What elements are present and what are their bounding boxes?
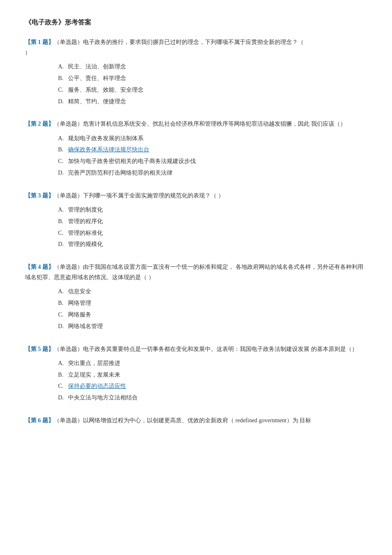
- question-type-4: （单选题）: [54, 264, 83, 270]
- option-label-1-3: D.: [58, 97, 68, 107]
- option-5-1: B.立足现实，发展未来: [58, 370, 367, 380]
- option-label-1-1: B.: [58, 73, 68, 83]
- question-block-1: 【第 1 题】（单选题）电子政务的推行，要求我们摒弃已过时的理念，下列哪项不属于…: [25, 37, 367, 107]
- option-text-1-2: 服务、系统、效能、安全理念: [68, 85, 367, 95]
- question-block-2: 【第 2 题】（单选题）危害计算机信息系统安全、扰乱社会经济秩序和管理秩序等网络…: [25, 119, 367, 178]
- question-label-4: 【第 4 题】: [25, 264, 54, 270]
- page-title: 《电子政务》形考答案: [25, 17, 367, 29]
- question-body-2: 危害计算机信息系统安全、扰乱社会经济秩序和管理秩序等网络犯罪活动越发猖獗，因此 …: [83, 121, 346, 127]
- option-label-4-2: C.: [58, 310, 68, 320]
- options-5: A.突出重点，层层推进B.立足现实，发展未来C.保持必要的动态适应性D.中央立法…: [58, 358, 367, 403]
- option-text-1-1: 公平、责任、科学理念: [68, 73, 367, 83]
- option-text-5-3: 中央立法与地方立法相结合: [68, 393, 367, 403]
- option-text-4-1: 网络管理: [68, 298, 367, 308]
- option-text-3-3: 管理的规模化: [68, 239, 367, 249]
- option-text-2-3: 完善严厉防范和打击网络犯罪的相关法律: [68, 168, 367, 178]
- question-body-3: 下列哪一项不属于全面实施管理的规范化的表现？（ ）: [83, 192, 224, 199]
- question-text-1: 【第 1 题】（单选题）电子政务的推行，要求我们摒弃已过时的理念，下列哪项不属于…: [25, 37, 367, 58]
- option-2-2: C.加快与电子政务密切相关的电子商务法规建设步伐: [58, 156, 367, 166]
- option-label-5-1: B.: [58, 370, 68, 380]
- option-text-4-2: 网络服务: [68, 310, 367, 320]
- option-label-2-3: D.: [58, 168, 68, 178]
- option-4-1: B.网络管理: [58, 298, 367, 308]
- option-text-5-1: 立足现实，发展未来: [68, 370, 367, 380]
- question-block-4: 【第 4 题】（单选题）由于我国在域名设置方面一直没有一个统一的标准和规定， 各…: [25, 262, 367, 331]
- option-text-4-0: 信息安全: [68, 287, 367, 297]
- option-label-5-2: C.: [58, 381, 68, 391]
- option-label-1-0: A.: [58, 62, 68, 72]
- question-block-5: 【第 5 题】（单选题）电子政务其重要特点是一切事务都在变化和发展中。这表明：我…: [25, 344, 367, 403]
- option-1-1: B.公平、责任、科学理念: [58, 73, 367, 83]
- option-5-0: A.突出重点，层层推进: [58, 358, 367, 368]
- question-block-6: 【第 6 题】（单选题）以网络增值过程为中心，以创建更高质、优效的全新政府（ r…: [25, 415, 367, 426]
- option-text-2-2: 加快与电子政务密切相关的电子商务法规建设步伐: [68, 156, 367, 166]
- option-label-5-0: A.: [58, 358, 68, 368]
- option-label-4-3: D.: [58, 321, 68, 331]
- option-4-3: D.网络域名管理: [58, 321, 367, 331]
- option-label-2-0: A.: [58, 134, 68, 144]
- option-label-3-0: A.: [58, 205, 68, 215]
- option-4-0: A.信息安全: [58, 287, 367, 297]
- options-3: A.管理的制度化B.管理的程序化C.管理的标准化D.管理的规模化: [58, 205, 367, 249]
- question-body2-1: ）: [25, 49, 31, 56]
- question-label-2: 【第 2 题】: [25, 121, 54, 127]
- option-label-2-1: B.: [58, 145, 68, 155]
- question-label-5: 【第 5 题】: [25, 346, 54, 352]
- option-text-1-0: 民主、法治、创新理念: [68, 62, 367, 72]
- option-text-2-1: 确保政务体系法律法规尽快出台: [68, 145, 367, 155]
- option-5-2: C.保持必要的动态适应性: [58, 381, 367, 391]
- question-body-1: 电子政务的推行，要求我们摒弃已过时的理念，下列哪项不属于应贯彻全新的理念？（: [83, 39, 304, 45]
- option-label-3-3: D.: [58, 239, 68, 249]
- option-text-3-2: 管理的标准化: [68, 228, 367, 238]
- question-type-5: （单选题）: [54, 346, 83, 352]
- option-3-2: C.管理的标准化: [58, 228, 367, 238]
- question-type-3: （单选题）: [54, 192, 83, 199]
- option-text-5-0: 突出重点，层层推进: [68, 358, 367, 368]
- option-4-2: C.网络服务: [58, 310, 367, 320]
- option-2-1: B.确保政务体系法律法规尽快出台: [58, 145, 367, 155]
- option-5-3: D.中央立法与地方立法相结合: [58, 393, 367, 403]
- option-text-2-0: 规划电子政务发展的法制体系: [68, 134, 367, 144]
- question-type-1: （单选题）: [54, 39, 83, 45]
- option-label-4-0: A.: [58, 287, 68, 297]
- option-1-0: A.民主、法治、创新理念: [58, 62, 367, 72]
- option-1-2: C.服务、系统、效能、安全理念: [58, 85, 367, 95]
- options-4: A.信息安全B.网络管理C.网络服务D.网络域名管理: [58, 287, 367, 331]
- question-label-6: 【第 6 题】: [25, 417, 54, 424]
- question-text-6: 【第 6 题】（单选题）以网络增值过程为中心，以创建更高质、优效的全新政府（ r…: [25, 415, 367, 426]
- question-block-3: 【第 3 题】（单选题）下列哪一项不属于全面实施管理的规范化的表现？（ ）A.管…: [25, 190, 367, 249]
- question-text-2: 【第 2 题】（单选题）危害计算机信息系统安全、扰乱社会经济秩序和管理秩序等网络…: [25, 119, 367, 129]
- question-text-3: 【第 3 题】（单选题）下列哪一项不属于全面实施管理的规范化的表现？（ ）: [25, 190, 367, 201]
- option-text-3-1: 管理的程序化: [68, 217, 367, 226]
- options-1: A.民主、法治、创新理念B.公平、责任、科学理念C.服务、系统、效能、安全理念D…: [58, 62, 367, 106]
- option-3-3: D.管理的规模化: [58, 239, 367, 249]
- question-label-3: 【第 3 题】: [25, 192, 54, 199]
- option-text-4-3: 网络域名管理: [68, 321, 367, 331]
- question-type-6: （单选题）: [54, 417, 83, 424]
- question-text-5: 【第 5 题】（单选题）电子政务其重要特点是一切事务都在变化和发展中。这表明：我…: [25, 344, 367, 354]
- option-3-0: A.管理的制度化: [58, 205, 367, 215]
- question-body-5: 电子政务其重要特点是一切事务都在变化和发展中。这表明：我国电子政务法制建设发展 …: [83, 346, 358, 352]
- question-label-1: 【第 1 题】: [25, 39, 54, 45]
- option-label-3-1: B.: [58, 217, 68, 226]
- question-text-4: 【第 4 题】（单选题）由于我国在域名设置方面一直没有一个统一的标准和规定， 各…: [25, 262, 367, 282]
- options-2: A.规划电子政务发展的法制体系B.确保政务体系法律法规尽快出台C.加快与电子政务…: [58, 134, 367, 178]
- option-text-3-0: 管理的制度化: [68, 205, 367, 215]
- option-text-5-2: 保持必要的动态适应性: [68, 381, 367, 391]
- option-2-3: D.完善严厉防范和打击网络犯罪的相关法律: [58, 168, 367, 178]
- option-text-1-3: 精简、节约、便捷理念: [68, 97, 367, 107]
- option-1-3: D.精简、节约、便捷理念: [58, 97, 367, 107]
- option-label-5-3: D.: [58, 393, 68, 403]
- option-3-1: B.管理的程序化: [58, 217, 367, 226]
- option-label-3-2: C.: [58, 228, 68, 238]
- option-label-1-2: C.: [58, 85, 68, 95]
- option-2-0: A.规划电子政务发展的法制体系: [58, 134, 367, 144]
- option-label-2-2: C.: [58, 156, 68, 166]
- option-label-4-1: B.: [58, 298, 68, 308]
- question-type-2: （单选题）: [54, 121, 83, 127]
- question-body-6: 以网络增值过程为中心，以创建更高质、优效的全新政府（ redefined gov…: [83, 417, 311, 424]
